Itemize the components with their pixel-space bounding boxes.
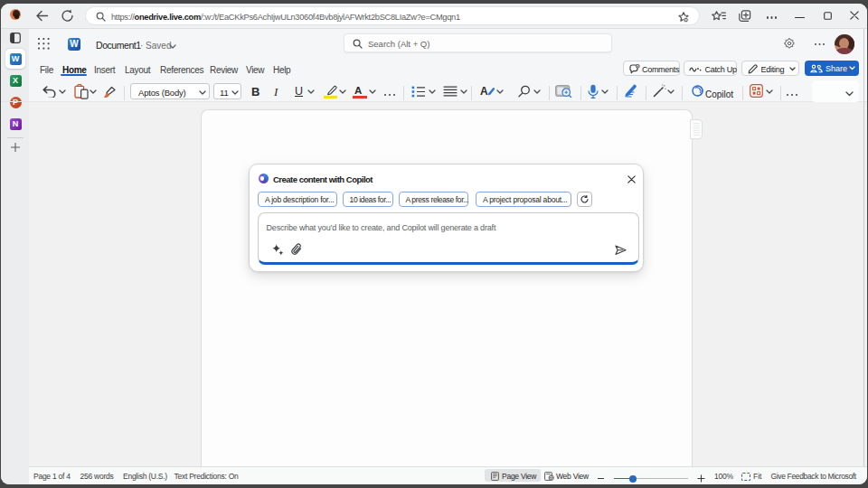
svg-text:A: A	[480, 85, 488, 97]
